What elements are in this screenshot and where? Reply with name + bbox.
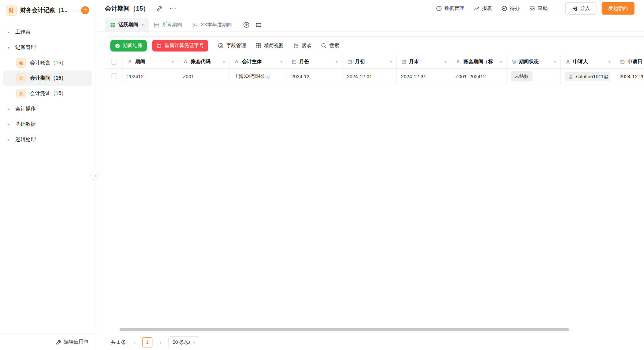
app-header: 财 财务会计记账（1... ··· +	[0, 0, 95, 19]
recalculate-voucher-button[interactable]: 重新计算凭证字号	[152, 40, 208, 52]
drafts-button[interactable]: 草稿	[529, 5, 548, 12]
create-new-button[interactable]: 发起新的	[602, 2, 634, 15]
table-row[interactable]: 202412 Z001 上海XX有限公司 2024-12 2024-12-01 …	[105, 69, 644, 84]
empty-area	[105, 84, 644, 328]
gauge-icon	[436, 5, 442, 11]
reports-button[interactable]: 报表	[474, 5, 492, 12]
content-area: 期间结账 重新计算凭证字号 字段管理	[95, 32, 644, 334]
cell-book-period[interactable]: Z001_202412	[451, 69, 507, 84]
cell-month[interactable]: 2024-12	[287, 69, 342, 84]
select-all-checkbox[interactable]	[111, 59, 117, 65]
caret-down-icon[interactable]: ▾	[223, 60, 225, 64]
next-page-button[interactable]: ›	[157, 339, 164, 345]
sidebar-item-account-books[interactable]: 会 会计账套（15）	[3, 55, 92, 71]
tab-current-year-periods[interactable]: XX本年度期间	[187, 18, 237, 31]
column-header-apply-date[interactable]: 申请日	[615, 55, 644, 68]
field-management-button[interactable]: 字段管理	[218, 42, 246, 49]
add-view-icon[interactable]	[243, 22, 250, 28]
column-header-entity[interactable]: A 会计主体 ▾	[230, 55, 287, 68]
caret-down-icon[interactable]: ▾	[390, 60, 392, 64]
import-button[interactable]: 导入	[565, 2, 596, 15]
add-item-button[interactable]: +	[81, 6, 89, 14]
column-header-month-start[interactable]: 月初 ▾	[342, 55, 397, 68]
simple-view-button[interactable]: 精简视图	[255, 42, 284, 49]
row-height-icon	[293, 43, 299, 49]
sidebar-item-accounting-periods[interactable]: 会 会计期间（15）	[3, 71, 92, 86]
person-icon	[565, 59, 571, 64]
search-icon	[321, 43, 327, 49]
option-field-icon	[511, 59, 516, 64]
app-more-button[interactable]: ···	[71, 7, 78, 14]
cell-month-start[interactable]: 2024-12-01	[342, 69, 397, 84]
caret-down-icon[interactable]: ▾	[609, 60, 610, 64]
column-header-period[interactable]: A 期间 ▾	[123, 55, 178, 68]
sidebar-item-vouchers[interactable]: 会 会计凭证（15）	[3, 86, 92, 101]
view-list-icon[interactable]	[255, 22, 262, 28]
column-header-period-status[interactable]: 期间状态 ▾	[507, 55, 561, 68]
sidebar-item-bookkeeping[interactable]: ▾ 记账管理	[0, 40, 95, 55]
caret-right-icon: ▸	[8, 122, 11, 127]
horizontal-scrollbar-thumb[interactable]	[120, 328, 569, 331]
worksheet-icon: 会	[16, 89, 26, 98]
check-circle-icon	[115, 43, 120, 49]
sidebar-item-workbench[interactable]: ▸ 工作台	[0, 24, 95, 40]
inbox-icon	[529, 5, 535, 11]
check-circle-icon	[501, 5, 507, 11]
edit-app-package-button[interactable]: 编辑应用包	[0, 334, 95, 350]
page-size-select[interactable]: 50 条/页 ▾	[168, 336, 199, 348]
current-page[interactable]: 1	[142, 337, 152, 347]
caret-right-icon: ▸	[8, 107, 11, 111]
caret-down-icon[interactable]: ▾	[444, 60, 446, 64]
column-header-book-period[interactable]: A 账套期间（标 ▾	[451, 55, 507, 68]
text-field-icon: A	[183, 59, 188, 64]
compact-density-button[interactable]: 紧凑	[293, 42, 311, 49]
data-management-button[interactable]: 数据管理	[436, 5, 464, 12]
caret-down-icon: ▾	[142, 23, 144, 27]
caret-down-icon[interactable]: ▾	[336, 60, 338, 64]
caret-down-icon[interactable]: ▾	[172, 60, 174, 64]
top-bar: 会计期间（15） ··· 数据管理 报表	[95, 0, 644, 17]
worksheet-icon: 会	[16, 58, 26, 68]
caret-down-icon[interactable]: ▾	[554, 60, 556, 64]
cell-entity[interactable]: 上海XX有限公司	[230, 69, 287, 84]
more-actions-button[interactable]: ···	[170, 5, 177, 12]
sidebar-item-logic[interactable]: ▸ 逻辑处理	[0, 132, 95, 147]
column-header-book-code[interactable]: A 账套代码 ▾	[178, 55, 230, 68]
caret-down-icon[interactable]: ▾	[500, 60, 502, 64]
column-header-month-end[interactable]: 月末 ▾	[397, 55, 451, 68]
prev-page-button[interactable]: ‹	[131, 339, 137, 345]
cell-period[interactable]: 202412	[123, 69, 178, 84]
worksheet-icon: 会	[16, 73, 26, 83]
cell-applicant[interactable]: solution1011@	[561, 69, 615, 84]
column-header-applicant[interactable]: 申请人 ▾	[561, 55, 615, 68]
wrench-icon	[56, 339, 61, 345]
text-field-icon: A	[234, 59, 239, 64]
sidebar-item-base-data[interactable]: ▸ 基础数据	[0, 117, 95, 132]
row-checkbox[interactable]	[111, 73, 117, 79]
caret-down-icon: ▾	[194, 341, 196, 344]
sidebar-collapse-button[interactable]: ‹	[90, 171, 100, 180]
wrench-icon[interactable]	[156, 5, 162, 11]
search-button[interactable]: 搜索	[321, 42, 339, 49]
page-title: 会计期间（15）	[105, 4, 149, 13]
avatar-icon	[568, 74, 573, 79]
refresh-icon	[156, 43, 162, 49]
view-tab-bar: 活跃期间 ▾ 所有期间 XX本年度期间	[95, 17, 644, 32]
caret-down-icon: ▾	[8, 45, 11, 50]
select-all-cell	[105, 55, 123, 68]
cell-month-end[interactable]: 2024-12-31	[397, 69, 451, 84]
app-title: 财务会计记账（1...	[20, 7, 68, 14]
caret-down-icon[interactable]: ▾	[280, 60, 282, 64]
todo-button[interactable]: 待办	[501, 5, 520, 12]
column-header-month[interactable]: 月份 ▾	[287, 55, 342, 68]
close-period-button[interactable]: 期间结账	[110, 40, 147, 52]
calendar-icon	[291, 59, 297, 64]
calendar-icon	[401, 59, 406, 64]
cell-period-status[interactable]: 未结账	[507, 69, 561, 84]
tab-all-periods[interactable]: 所有期间	[149, 18, 187, 31]
tab-active-periods[interactable]: 活跃期间 ▾	[105, 18, 149, 31]
trend-chart-icon	[474, 5, 480, 11]
sidebar-item-operations[interactable]: ▸ 会计操作	[0, 101, 95, 117]
cell-book-code[interactable]: Z001	[178, 69, 230, 84]
cell-apply-date[interactable]: 2024-12-20	[615, 69, 644, 84]
